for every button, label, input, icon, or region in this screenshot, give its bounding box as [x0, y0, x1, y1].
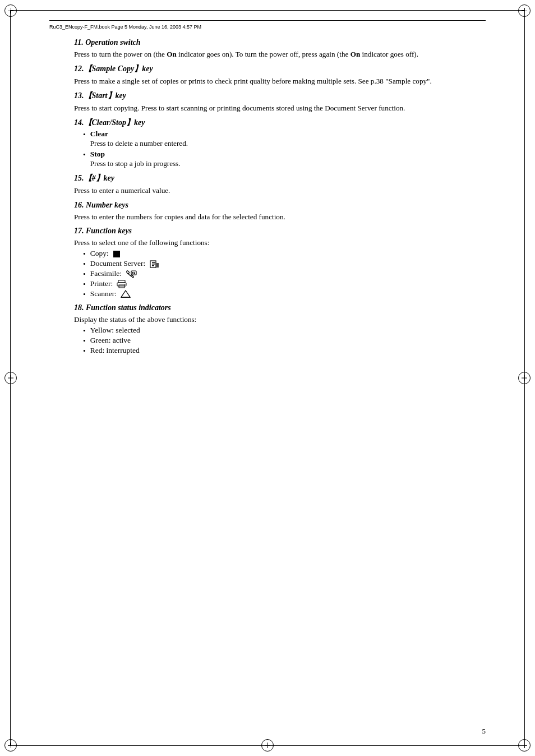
clear-desc: Press to delete a number entered.	[90, 139, 486, 149]
reg-mark-bottom-mid	[261, 739, 274, 752]
bullet-docserver: • Document Server:	[83, 259, 486, 269]
bullet-scanner: • Scanner:	[83, 289, 486, 299]
reg-mark-tl	[4, 4, 17, 17]
section-11-title: 11. Operation switch	[74, 38, 486, 47]
facsimile-icon	[126, 270, 137, 278]
clear-label: Clear	[90, 130, 108, 138]
copy-label: Copy:	[90, 249, 110, 257]
docserver-icon	[149, 260, 159, 268]
svg-rect-6	[131, 271, 136, 275]
printer-label: Printer:	[90, 279, 115, 288]
section-18-title: 18. Function status indicators	[74, 303, 486, 312]
section-12-title: 12.【Sample Copy】key	[74, 64, 486, 74]
section-12: 12.【Sample Copy】key Press to make a sing…	[74, 64, 486, 86]
svg-rect-3	[152, 264, 155, 265]
header-bar: RuC3_ENcopy-F_FM.book Page 5 Monday, Jun…	[49, 20, 486, 31]
stop-label: Stop	[90, 150, 105, 158]
section-13: 13.【Start】key Press to start copying. Pr…	[74, 91, 486, 113]
svg-marker-14	[121, 291, 130, 297]
svg-rect-4	[152, 265, 154, 266]
section-15-title: 15.【#】key	[74, 173, 486, 183]
svg-marker-5	[156, 263, 159, 268]
page-number: 5	[482, 727, 486, 736]
reg-mark-left-mid	[4, 372, 17, 384]
svg-rect-2	[152, 262, 155, 263]
green-label: Green: active	[90, 336, 131, 344]
bullet-facsimile: • Facsimile:	[83, 269, 486, 279]
red-label: Red: interrupted	[90, 346, 140, 354]
reg-mark-bl	[4, 739, 17, 752]
section-11-body: Press to turn the power on (the On indic…	[74, 49, 486, 59]
reg-mark-tr	[518, 4, 531, 17]
svg-rect-8	[134, 272, 135, 273]
section-17: 17. Function keys Press to select one of…	[74, 227, 486, 299]
section-17-bullets: • Copy: • Document Server:	[83, 249, 486, 299]
copy-icon	[113, 250, 121, 258]
section-13-body: Press to start copying. Press to start s…	[74, 103, 486, 113]
section-12-body: Press to make a single set of copies or …	[74, 76, 486, 86]
yellow-label: Yellow: selected	[90, 326, 140, 334]
section-16-body: Press to enter the numbers for copies an…	[74, 211, 486, 222]
svg-rect-10	[118, 280, 125, 283]
bullet-red: • Red: interrupted	[83, 346, 486, 356]
section-16: 16. Number keys Press to enter the numbe…	[74, 201, 486, 222]
bullet-printer: • Printer:	[83, 279, 486, 289]
bullet-stop: • Stop Press to stop a job in progress.	[83, 150, 486, 169]
section-16-title: 16. Number keys	[74, 201, 486, 210]
reg-mark-br	[518, 739, 531, 752]
svg-rect-0	[113, 251, 120, 257]
reg-mark-right-mid	[518, 372, 531, 384]
scanner-label: Scanner:	[90, 289, 119, 298]
section-14: 14.【Clear/Stop】key • Clear Press to dele…	[74, 118, 486, 169]
section-15-body: Press to enter a numerical value.	[74, 185, 486, 196]
svg-rect-9	[134, 273, 135, 274]
section-14-title: 14.【Clear/Stop】key	[74, 118, 486, 128]
printer-icon	[117, 280, 127, 288]
docserver-label: Document Server:	[90, 259, 147, 268]
bullet-green: • Green: active	[83, 336, 486, 345]
section-17-body: Press to select one of the following fun…	[74, 237, 486, 248]
section-11: 11. Operation switch Press to turn the p…	[74, 38, 486, 59]
header-text: RuC3_ENcopy-F_FM.book Page 5 Monday, Jun…	[49, 24, 201, 30]
bullet-yellow: • Yellow: selected	[83, 326, 486, 335]
scanner-icon	[121, 290, 131, 298]
section-18-body: Display the status of the above function…	[74, 314, 486, 325]
section-18: 18. Function status indicators Display t…	[74, 303, 486, 356]
section-18-bullets: • Yellow: selected • Green: active • Red…	[83, 326, 486, 356]
svg-rect-13	[124, 284, 126, 285]
bullet-clear: • Clear Press to delete a number entered…	[83, 130, 486, 149]
section-17-title: 17. Function keys	[74, 227, 486, 236]
section-15: 15.【#】key Press to enter a numerical val…	[74, 173, 486, 196]
section-13-title: 13.【Start】key	[74, 91, 486, 101]
section-14-bullets: • Clear Press to delete a number entered…	[83, 130, 486, 169]
svg-rect-7	[132, 272, 133, 274]
main-content: 11. Operation switch Press to turn the p…	[74, 38, 486, 711]
stop-desc: Press to stop a job in progress.	[90, 159, 486, 169]
bullet-copy: • Copy:	[83, 249, 486, 259]
facsimile-label: Facsimile:	[90, 269, 124, 278]
